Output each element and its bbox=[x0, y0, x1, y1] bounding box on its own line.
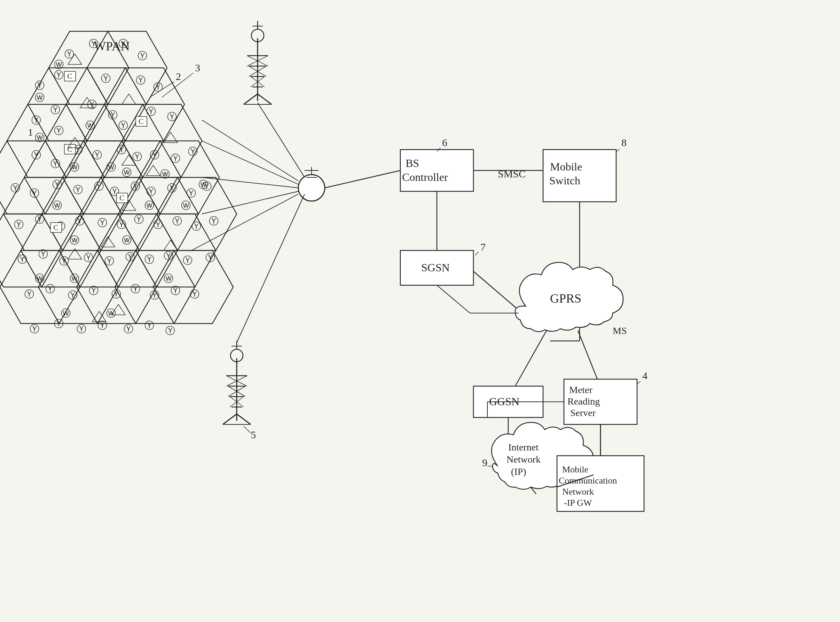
svg-text:Ⓨ: Ⓨ bbox=[108, 110, 118, 120]
svg-text:Ⓨ: Ⓨ bbox=[134, 214, 144, 225]
mobile-switch-label1: Mobile bbox=[550, 160, 582, 173]
svg-text:ⓦ: ⓦ bbox=[106, 308, 116, 319]
svg-text:C: C bbox=[67, 145, 72, 153]
svg-text:Ⓨ: Ⓨ bbox=[131, 181, 140, 192]
mobile-switch-label2: Switch bbox=[549, 174, 580, 187]
svg-text:Ⓨ: Ⓨ bbox=[31, 115, 41, 126]
internet-label1: Internet bbox=[508, 442, 539, 453]
svg-text:Ⓨ: Ⓨ bbox=[191, 221, 201, 232]
ref-label-8: 8 bbox=[622, 137, 626, 148]
svg-text:Ⓨ: Ⓨ bbox=[167, 111, 177, 122]
svg-text:ⓦ: ⓦ bbox=[199, 179, 208, 190]
svg-text:Ⓨ: Ⓨ bbox=[98, 217, 107, 228]
svg-text:Ⓨ: Ⓨ bbox=[186, 188, 196, 199]
svg-text:Ⓨ: Ⓨ bbox=[59, 256, 69, 267]
mobile-comm-label3: Network bbox=[562, 487, 594, 497]
svg-text:Ⓨ: Ⓨ bbox=[205, 252, 215, 263]
svg-text:Ⓨ: Ⓨ bbox=[153, 82, 163, 93]
svg-text:Ⓨ: Ⓨ bbox=[165, 325, 175, 336]
svg-text:Ⓨ: Ⓨ bbox=[52, 179, 62, 190]
svg-text:Ⓨ: Ⓨ bbox=[89, 38, 99, 49]
svg-text:Ⓨ: Ⓨ bbox=[75, 216, 85, 226]
svg-text:Ⓨ: Ⓨ bbox=[150, 290, 159, 300]
bs-controller-label: BS bbox=[406, 157, 419, 169]
svg-text:Ⓨ: Ⓨ bbox=[145, 320, 154, 331]
svg-text:Ⓨ: Ⓨ bbox=[125, 252, 135, 262]
svg-text:Ⓨ: Ⓨ bbox=[111, 289, 121, 300]
svg-text:C: C bbox=[139, 117, 144, 126]
svg-text:Ⓨ: Ⓨ bbox=[50, 158, 60, 169]
svg-text:ⓦ: ⓦ bbox=[70, 162, 79, 172]
svg-text:Ⓨ: Ⓨ bbox=[17, 254, 27, 265]
svg-text:ⓦ: ⓦ bbox=[35, 273, 44, 284]
ref-label-6: 6 bbox=[442, 137, 447, 148]
svg-text:Ⓨ: Ⓨ bbox=[35, 80, 44, 91]
meter-reading-label2: Reading bbox=[567, 396, 600, 407]
svg-text:Ⓨ: Ⓨ bbox=[68, 290, 78, 300]
ref-label-1: 1 bbox=[28, 126, 33, 138]
svg-text:ⓦ: ⓦ bbox=[85, 120, 95, 131]
svg-text:ⓦ: ⓦ bbox=[52, 200, 62, 211]
svg-text:ⓦ: ⓦ bbox=[54, 59, 64, 70]
gprs-label: GPRS bbox=[550, 291, 581, 305]
svg-text:Ⓨ: Ⓨ bbox=[64, 49, 74, 59]
svg-text:ⓦ: ⓦ bbox=[145, 200, 154, 211]
svg-text:ⓦ: ⓦ bbox=[122, 235, 131, 245]
svg-text:Ⓨ: Ⓨ bbox=[30, 323, 39, 334]
svg-text:Ⓨ: Ⓨ bbox=[50, 104, 60, 115]
smsc-label: SMSC bbox=[498, 168, 525, 180]
svg-text:Ⓨ: Ⓨ bbox=[54, 318, 64, 329]
svg-text:ⓦ: ⓦ bbox=[160, 169, 170, 180]
svg-text:Ⓨ: Ⓨ bbox=[153, 219, 163, 230]
svg-rect-0 bbox=[0, 0, 840, 622]
svg-text:Ⓨ: Ⓨ bbox=[209, 216, 218, 226]
ref-label-5: 5 bbox=[250, 429, 256, 441]
svg-text:Ⓨ: Ⓨ bbox=[104, 256, 114, 267]
svg-text:Ⓨ: Ⓨ bbox=[146, 106, 156, 117]
sgsn-label: SGSN bbox=[421, 261, 450, 274]
svg-text:Ⓨ: Ⓨ bbox=[73, 184, 83, 195]
svg-text:Ⓨ: Ⓨ bbox=[30, 188, 39, 199]
svg-text:Ⓨ: Ⓨ bbox=[54, 70, 64, 80]
svg-text:Ⓨ: Ⓨ bbox=[132, 151, 142, 162]
svg-text:ⓦ: ⓦ bbox=[35, 92, 44, 103]
svg-point-183 bbox=[298, 175, 325, 201]
svg-text:ⓦ: ⓦ bbox=[106, 162, 116, 172]
svg-text:Ⓨ: Ⓨ bbox=[188, 146, 198, 157]
ref-label-3: 3 bbox=[195, 62, 200, 73]
svg-text:Ⓨ: Ⓨ bbox=[54, 125, 64, 136]
ms-label: MS bbox=[613, 325, 626, 336]
svg-text:Ⓨ: Ⓨ bbox=[84, 252, 93, 263]
ref-label-2: 2 bbox=[176, 71, 181, 82]
network-diagram: WPAN Ⓨ Ⓨ Ⓨ Ⓨ Ⓨ Ⓨ Ⓨ Ⓨ Ⓨ bbox=[0, 0, 840, 622]
svg-text:Ⓨ: Ⓨ bbox=[117, 144, 126, 155]
svg-text:ⓦ: ⓦ bbox=[70, 273, 79, 284]
svg-text:Ⓨ: Ⓨ bbox=[145, 254, 154, 265]
svg-text:Ⓨ: Ⓨ bbox=[167, 183, 177, 194]
svg-text:Ⓨ: Ⓨ bbox=[101, 73, 111, 84]
svg-text:Ⓨ: Ⓨ bbox=[76, 323, 86, 334]
svg-text:Ⓨ: Ⓨ bbox=[118, 38, 128, 49]
svg-text:ⓦ: ⓦ bbox=[70, 235, 79, 245]
svg-text:Ⓨ: Ⓨ bbox=[146, 186, 156, 197]
svg-text:Ⓨ: Ⓨ bbox=[89, 285, 99, 296]
svg-text:ⓦ: ⓦ bbox=[181, 200, 191, 211]
meter-reading-label3: Server bbox=[570, 407, 596, 418]
svg-text:Ⓨ: Ⓨ bbox=[24, 289, 34, 300]
svg-text:C: C bbox=[119, 194, 125, 202]
svg-text:Ⓨ: Ⓨ bbox=[150, 149, 159, 160]
svg-text:Ⓨ: Ⓨ bbox=[172, 216, 182, 226]
svg-text:Ⓨ: Ⓨ bbox=[38, 249, 48, 259]
svg-text:Ⓨ: Ⓨ bbox=[92, 149, 102, 160]
mobile-comm-label4: -IP GW bbox=[564, 498, 592, 508]
svg-text:Ⓨ: Ⓨ bbox=[45, 284, 55, 294]
svg-text:Ⓨ: Ⓨ bbox=[137, 50, 147, 61]
bs-controller-box bbox=[400, 149, 473, 191]
svg-text:Ⓨ: Ⓨ bbox=[11, 183, 20, 194]
svg-text:Ⓨ: Ⓨ bbox=[190, 289, 200, 300]
svg-text:C: C bbox=[67, 72, 72, 80]
mobile-comm-label1: Mobile bbox=[562, 464, 588, 474]
svg-text:C: C bbox=[53, 223, 58, 232]
svg-text:Ⓨ: Ⓨ bbox=[124, 323, 133, 334]
svg-text:Ⓨ: Ⓨ bbox=[117, 219, 126, 230]
